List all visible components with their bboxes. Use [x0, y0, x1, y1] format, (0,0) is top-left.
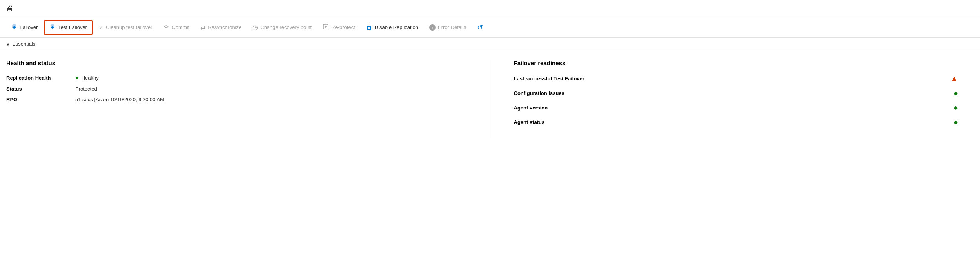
failover-readiness-title: Failover readiness [514, 60, 974, 66]
status-label: Status [6, 86, 69, 92]
replication-health-value: ● Healthy [75, 74, 99, 81]
agent-status-label: Agent status [514, 119, 545, 125]
change-recovery-point-label: Change recovery point [260, 24, 312, 30]
status-row: Status Protected [6, 86, 466, 92]
resynchronize-icon: ⇄ [200, 24, 205, 31]
commit-label: Commit [172, 24, 189, 30]
failover-button[interactable]: Failover [6, 21, 42, 34]
change-recovery-point-button[interactable]: ◷ Change recovery point [248, 21, 316, 33]
configuration-issues-icon: ● [953, 89, 958, 98]
replication-health-label: Replication Health [6, 75, 69, 81]
error-details-label: Error Details [438, 24, 466, 30]
disable-replication-icon: 🗑 [366, 24, 372, 31]
replication-health-row: Replication Health ● Healthy [6, 74, 466, 81]
essentials-chevron: ∨ [6, 41, 10, 47]
agent-status-icon: ● [953, 118, 958, 127]
resynchronize-label: Resynchronize [208, 24, 241, 30]
health-value-text: Healthy [82, 75, 99, 81]
rpo-label: RPO [6, 97, 69, 102]
disable-replication-button[interactable]: 🗑 Disable Replication [361, 22, 423, 33]
test-failover-icon [49, 24, 56, 31]
re-protect-icon [323, 24, 329, 31]
essentials-label: Essentials [12, 41, 35, 47]
toolbar: Failover Test Failover ✓ Cleanup test fa… [0, 17, 980, 38]
agent-status-row: Agent status ● [514, 118, 974, 127]
cleanup-icon: ✓ [99, 24, 103, 31]
change-recovery-point-icon: ◷ [252, 24, 258, 31]
commit-icon [163, 24, 169, 31]
refresh-icon: ↺ [477, 23, 483, 32]
agent-version-label: Agent version [514, 105, 548, 111]
health-check-icon: ● [75, 74, 79, 81]
cleanup-label: Cleanup test failover [106, 24, 152, 30]
configuration-issues-row: Configuration issues ● [514, 89, 974, 98]
top-bar: 🖨 [0, 0, 980, 17]
agent-version-icon: ● [953, 103, 958, 112]
refresh-button[interactable]: ↺ [472, 21, 488, 34]
main-content: Health and status Replication Health ● H… [0, 50, 980, 148]
commit-button[interactable]: Commit [158, 21, 194, 34]
last-test-failover-icon: ▲ [950, 74, 958, 83]
print-icon[interactable]: 🖨 [6, 4, 13, 13]
error-details-button[interactable]: i Error Details [425, 22, 471, 33]
failover-readiness-section: Failover readiness Last successful Test … [514, 60, 974, 138]
test-failover-label: Test Failover [58, 24, 87, 30]
last-test-failover-label: Last successful Test Failover [514, 76, 584, 82]
rpo-row: RPO 51 secs [As on 10/19/2020, 9:20:00 A… [6, 97, 466, 102]
health-status-section: Health and status Replication Health ● H… [6, 60, 466, 138]
status-value: Protected [75, 86, 97, 92]
re-protect-button[interactable]: Re-protect [318, 21, 360, 34]
failover-label: Failover [20, 24, 38, 30]
rpo-value: 51 secs [As on 10/19/2020, 9:20:00 AM] [75, 97, 166, 102]
re-protect-label: Re-protect [331, 24, 355, 30]
last-test-failover-row: Last successful Test Failover ▲ [514, 74, 974, 83]
agent-version-row: Agent version ● [514, 103, 974, 112]
disable-replication-label: Disable Replication [375, 24, 418, 30]
section-divider [490, 60, 490, 138]
essentials-bar[interactable]: ∨ Essentials [0, 38, 980, 50]
test-failover-button[interactable]: Test Failover [44, 20, 93, 35]
failover-icon [11, 24, 17, 31]
health-status-title: Health and status [6, 60, 466, 66]
cleanup-test-failover-button[interactable]: ✓ Cleanup test failover [94, 22, 157, 33]
error-details-icon: i [429, 24, 436, 31]
resynchronize-button[interactable]: ⇄ Resynchronize [196, 21, 246, 33]
configuration-issues-label: Configuration issues [514, 90, 564, 96]
